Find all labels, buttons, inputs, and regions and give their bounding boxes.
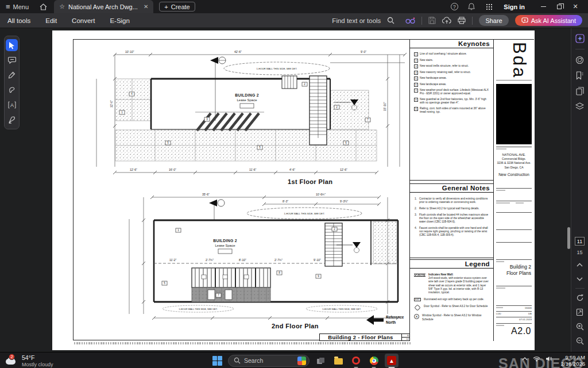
acrobat-button[interactable]: ▲	[385, 354, 399, 367]
ai-assistant-panel-icon[interactable]	[575, 33, 585, 44]
svg-text:1-HOUR WALL THIS SIDE, SEE DET: 1-HOUR WALL THIS SIDE, SEE DET.	[179, 308, 218, 310]
weather-widget[interactable]: 2 54°F Mostly cloudy	[5, 354, 53, 367]
bookmarks-panel-icon[interactable]	[575, 70, 585, 80]
all-tools-menu[interactable]: All tools	[0, 13, 38, 28]
edit-menu[interactable]: Edit	[38, 13, 64, 28]
search-highlight-icon	[297, 356, 306, 365]
print-icon[interactable]	[458, 17, 466, 24]
svg-text:A: A	[10, 102, 13, 108]
svg-text:10'-10": 10'-10"	[125, 50, 134, 53]
document-tab-title: National Ave Arch Dwg...	[68, 3, 138, 10]
ask-ai-assistant-button[interactable]: Ask AI Assistant	[515, 15, 582, 26]
star-icon[interactable]: ☆	[59, 3, 65, 10]
svg-text:BUILDING 2: BUILDING 2	[235, 93, 259, 97]
apps-grid-icon[interactable]	[484, 2, 493, 12]
highlighter-icon	[8, 86, 16, 94]
svg-text:9'-10": 9'-10"	[314, 258, 321, 262]
select-tool[interactable]	[6, 39, 18, 51]
project-address: NATIONAL AVE. Commercial Bldgs. 3236 & 3…	[495, 152, 533, 170]
vertical-scrollbar[interactable]	[567, 227, 570, 249]
project-number: 16006	[525, 306, 532, 309]
main-toolbar: All tools Edit Convert E-Sign Find text …	[0, 13, 588, 28]
new-wall-symbol	[414, 274, 425, 277]
svg-text:4'-6": 4'-6"	[289, 168, 295, 171]
page-thumbnails-panel-icon[interactable]	[575, 86, 585, 96]
document-tab[interactable]: ☆ National Ave Arch Dwg... ✕	[54, 0, 153, 13]
chrome-icon	[370, 356, 378, 365]
share-button[interactable]: Share	[479, 15, 508, 26]
rotate-page-icon[interactable]	[575, 293, 585, 303]
date-label: 2/18/2026	[561, 361, 585, 367]
volume-icon[interactable]	[546, 356, 552, 362]
ai-glasses-icon[interactable]	[405, 17, 415, 24]
find-text-label[interactable]: Find text or tools	[332, 17, 381, 24]
tray-chevron-icon[interactable]	[522, 357, 528, 361]
title-block: Bda NATIONAL AVE. Commercial Bldgs. 3236…	[493, 40, 534, 341]
ai-chat-icon	[521, 17, 528, 24]
sign-tool[interactable]	[6, 114, 18, 126]
cloud-upload-icon[interactable]	[442, 17, 451, 24]
time-label: 9:59 AM	[561, 354, 585, 361]
taskbar-clock[interactable]: 9:59 AM 2/18/2026	[561, 354, 585, 367]
add-text-tool[interactable]: A	[6, 99, 18, 111]
current-page-input[interactable]: 11	[575, 237, 585, 246]
svg-text:2'-7¾": 2'-7¾"	[206, 258, 214, 262]
layers-panel-icon[interactable]	[575, 101, 585, 112]
comment-bubble-icon	[8, 56, 16, 64]
total-pages-label: 15	[577, 250, 582, 255]
previous-page-button[interactable]	[575, 259, 585, 270]
save-icon	[428, 17, 436, 24]
sheet-border: 10'-10" 42'-6" 9'-0" 12'-6" 16'-0" 11'-6…	[73, 39, 534, 340]
svg-text:1-HOUR WALL THIS SIDE, SEE DET: 1-HOUR WALL THIS SIDE, SEE DET.	[284, 212, 325, 215]
task-view-button[interactable]	[314, 354, 327, 367]
esign-menu[interactable]: E-Sign	[102, 13, 137, 28]
zoom-in-icon[interactable]	[575, 321, 585, 332]
next-page-button[interactable]	[575, 274, 585, 284]
pdf-page[interactable]: 10'-10" 42'-6" 9'-0" 12'-6" 16'-0" 11'-6…	[52, 30, 535, 350]
svg-text:9'-3½": 9'-3½"	[340, 200, 348, 203]
app-titlebar: ≡ Menu ☆ National Ave Arch Dwg... ✕ + Cr…	[0, 0, 588, 13]
plan2-label: 2nd Floor Plan	[272, 323, 319, 329]
window-close-button[interactable]: ✕	[567, 0, 583, 13]
file-explorer-button[interactable]	[331, 354, 345, 367]
checked-by: DB	[528, 312, 532, 315]
exit-sign-symbol: EXIT	[414, 298, 421, 301]
convert-menu[interactable]: Convert	[64, 13, 102, 28]
right-panel-rail: 11 15	[571, 28, 588, 352]
legend-panel: Legend Indicates New Wall:2x4 wood studs…	[410, 259, 494, 341]
svg-text:1-HOUR WALL THIS SIDE, SEE DET: 1-HOUR WALL THIS SIDE, SEE DET.	[322, 308, 361, 310]
opera-button[interactable]	[349, 354, 363, 367]
drawn-by: LDD	[496, 312, 501, 315]
window-minimize-button[interactable]	[535, 0, 551, 13]
start-button[interactable]	[210, 354, 224, 367]
tab-close-icon[interactable]: ✕	[144, 3, 148, 10]
keynotes-title: Keynotes	[410, 40, 494, 48]
window-restore-button[interactable]	[551, 0, 567, 13]
folder-icon	[334, 358, 343, 365]
svg-text:16'-0": 16'-0"	[169, 168, 176, 171]
comment-tool[interactable]	[6, 54, 18, 66]
wifi-icon[interactable]	[533, 356, 540, 362]
home-tab[interactable]	[34, 0, 52, 13]
zoom-out-icon[interactable]	[575, 336, 585, 346]
create-button[interactable]: + Create	[159, 2, 195, 12]
taskbar-search[interactable]: Search	[228, 355, 310, 367]
svg-text:8'-3": 8'-3"	[283, 200, 288, 203]
sheet-name: Building 2 Floor Plans	[494, 264, 531, 277]
fit-page-icon[interactable]	[575, 307, 585, 317]
help-button[interactable]: ?	[450, 2, 459, 12]
chrome-button[interactable]	[367, 354, 381, 367]
legend-title: Legend	[410, 260, 494, 269]
search-icon[interactable]	[387, 17, 394, 24]
document-canvas: A	[0, 28, 588, 352]
notifications-bell-icon[interactable]	[467, 2, 476, 12]
pencil-icon	[8, 71, 16, 79]
menu-button[interactable]: ≡ Menu	[0, 0, 34, 13]
comments-panel-icon[interactable]	[575, 55, 585, 65]
system-tray	[522, 356, 552, 362]
svg-text:15'-10": 15'-10"	[383, 102, 386, 111]
task-view-icon	[317, 358, 324, 364]
sign-in-button[interactable]: Sign in	[504, 3, 525, 10]
draw-tool[interactable]	[6, 69, 18, 81]
highlight-tool[interactable]	[6, 84, 18, 96]
